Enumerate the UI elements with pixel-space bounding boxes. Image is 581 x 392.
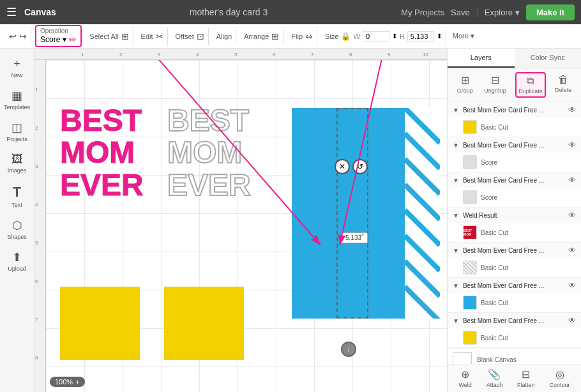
tab-layers[interactable]: Layers (448, 49, 515, 68)
layer-eye-7[interactable]: 👁 (568, 316, 576, 325)
offset-label: Offset (176, 33, 194, 40)
flip-label: Flip (291, 33, 303, 40)
sidebar-item-images[interactable]: 🖼 Images (2, 149, 33, 177)
layer-header-5[interactable]: ▼ Best Mom Ever Card Free ... 👁 (448, 243, 581, 258)
layer-header-7[interactable]: ▼ Best Mom Ever Card Free ... 👁 (448, 313, 581, 328)
layer-arrow-3: ▼ (453, 177, 459, 184)
layer-sublabel-4: Basic Cut (481, 229, 508, 236)
duplicate-button[interactable]: ⧉ Duplicate (515, 72, 546, 98)
layer-eye-6[interactable]: 👁 (568, 281, 576, 290)
layer-group-6: ▼ Best Mom Ever Card Free ... 👁 Basic Cu… (448, 278, 581, 313)
sidebar-item-images-label: Images (8, 167, 27, 174)
canvas-area[interactable]: 1 2 3 4 5 6 7 8 9 10 1 2 3 4 5 6 7 8 (34, 49, 447, 392)
arrange-icon[interactable]: ⊞ (271, 31, 279, 41)
toolbar: ↩ ↪ Operation Score ▾ ✏ Select All ⊞ Edi… (0, 24, 581, 49)
flip-icon[interactable]: ⇔ (305, 31, 313, 41)
select-all-icon[interactable]: ⊞ (121, 31, 129, 41)
size-group: Size 🔒 W ⬍ H ⬍ (321, 27, 446, 45)
sidebar-item-text[interactable]: T Text (2, 180, 33, 212)
sidebar-item-shapes-label: Shapes (7, 234, 27, 240)
ruler-v-6: 6 (35, 278, 38, 284)
layer-eye-3[interactable]: 👁 (568, 176, 576, 185)
operation-select[interactable]: Score ▾ ✏ (40, 34, 77, 45)
delete-button[interactable]: 🗑 Delete (553, 72, 573, 98)
sidebar-item-new[interactable]: + New (2, 54, 33, 82)
make-it-button[interactable]: Make It (526, 4, 575, 20)
text-best-mom-outline: BEST MOM EVER (167, 105, 251, 201)
canvas-label: Canvas (24, 7, 56, 17)
ruler-v-3: 3 (35, 163, 38, 169)
contour-label: Contour (549, 382, 570, 388)
offset-icon[interactable]: ⊡ (197, 31, 204, 41)
edit-icon[interactable]: ✂ (156, 31, 163, 41)
sidebar-item-projects[interactable]: ◫ Projects (2, 117, 33, 146)
sidebar-item-templates-label: Templates (4, 104, 30, 110)
my-projects-button[interactable]: My Projects (401, 8, 444, 17)
flatten-icon: ⊟ (522, 368, 530, 381)
new-icon: + (13, 57, 20, 71)
right-panel: Layers Color Sync ⊞ Group ⊟ Ungroup ⧉ Du… (447, 49, 581, 392)
tab-color-sync[interactable]: Color Sync (515, 49, 582, 68)
blank-canvas-row: Blank Canvas (448, 348, 581, 364)
layer-header-6[interactable]: ▼ Best Mom Ever Card Free ... 👁 (448, 278, 581, 293)
layer-eye-1[interactable]: 👁 (568, 105, 576, 114)
layer-arrow-4: ▼ (453, 212, 459, 219)
height-input[interactable] (407, 31, 434, 41)
main-area: + New ▦ Templates ◫ Projects 🖼 Images T … (0, 49, 581, 392)
projects-icon: ◫ (11, 121, 22, 135)
blue-detail-right (405, 108, 440, 319)
ruler-mark-1: 1 (81, 52, 84, 57)
canvas-grid[interactable]: BEST MOM EVER BEST MOM EVER (46, 60, 447, 392)
layer-header-4[interactable]: ▼ Weld Result 👁 (448, 207, 581, 223)
weld-icon: ⊕ (461, 368, 469, 381)
lock-icon[interactable]: 🔒 (341, 32, 351, 41)
width-input[interactable] (363, 31, 389, 41)
width-stepper[interactable]: ⬍ (392, 33, 397, 40)
menu-icon[interactable]: ☰ (6, 5, 17, 19)
layer-actions: ⊞ Group ⊟ Ungroup ⧉ Duplicate 🗑 Delete (448, 68, 581, 102)
layer-name-7: Best Mom Ever Card Free ... (463, 317, 564, 324)
zoom-value: 100% (55, 378, 73, 386)
upload-icon: ⬆ (12, 250, 22, 264)
select-all-button[interactable]: Select All (89, 33, 118, 40)
layer-eye-4[interactable]: 👁 (568, 211, 576, 220)
layer-name-5: Best Mom Ever Card Free ... (463, 247, 564, 254)
more-button[interactable]: More ▾ (453, 32, 474, 40)
explore-button[interactable]: Explore ▾ (485, 8, 520, 17)
layer-header-2[interactable]: ▼ Best Mom Ever Card Free ... 👁 (448, 137, 581, 153)
height-stepper[interactable]: ⬍ (437, 33, 442, 40)
ruler-mark-5: 5 (234, 52, 237, 57)
panel-tabs: Layers Color Sync (448, 49, 581, 68)
undo-button[interactable]: ↩ (9, 31, 17, 41)
group-icon: ⊞ (461, 74, 469, 86)
layer-arrow-6: ▼ (453, 282, 459, 289)
sidebar-item-upload[interactable]: ⬆ Upload (2, 246, 33, 276)
group-button[interactable]: ⊞ Group (455, 72, 475, 98)
sidebar-item-templates[interactable]: ▦ Templates (2, 85, 33, 114)
layer-group-1: ▼ Best Mom Ever Card Free ... 👁 Basic Cu… (448, 102, 581, 137)
ctrl-cancel-icon[interactable]: ✕ (335, 159, 350, 174)
attach-button[interactable]: 📎 Attach (487, 368, 503, 388)
ctrl-rotate-icon[interactable]: ↺ (352, 159, 368, 174)
selection-box[interactable] (336, 108, 368, 319)
flatten-button[interactable]: ⊟ Flatten (517, 368, 535, 388)
contour-icon: ◎ (555, 368, 564, 381)
size-label: Size (325, 33, 338, 40)
weld-button[interactable]: ⊕ Weld (458, 368, 471, 388)
layer-sublabel-5: Basic Cut (481, 264, 508, 271)
arrange-label: Arrange (244, 33, 269, 40)
ctrl-bottom-icon[interactable]: ↕ (341, 342, 356, 357)
layer-header-1[interactable]: ▼ Best Mom Ever Card Free ... 👁 (448, 102, 581, 117)
delete-icon: 🗑 (558, 74, 568, 86)
layer-eye-2[interactable]: 👁 (568, 140, 576, 149)
save-button[interactable]: Save (451, 8, 470, 17)
contour-button[interactable]: ◎ Contour (549, 368, 570, 388)
layer-thumb-4: BEST MOM (463, 225, 477, 239)
redo-button[interactable]: ↪ (19, 31, 27, 41)
layer-header-3[interactable]: ▼ Best Mom Ever Card Free ... 👁 (448, 172, 581, 188)
layer-eye-5[interactable]: 👁 (568, 246, 576, 255)
sidebar-item-shapes[interactable]: ⬡ Shapes (2, 215, 33, 244)
ungroup-button[interactable]: ⊟ Ungroup (482, 72, 508, 98)
zoom-plus-icon[interactable]: + (75, 378, 79, 386)
duplicate-icon: ⧉ (527, 75, 534, 87)
